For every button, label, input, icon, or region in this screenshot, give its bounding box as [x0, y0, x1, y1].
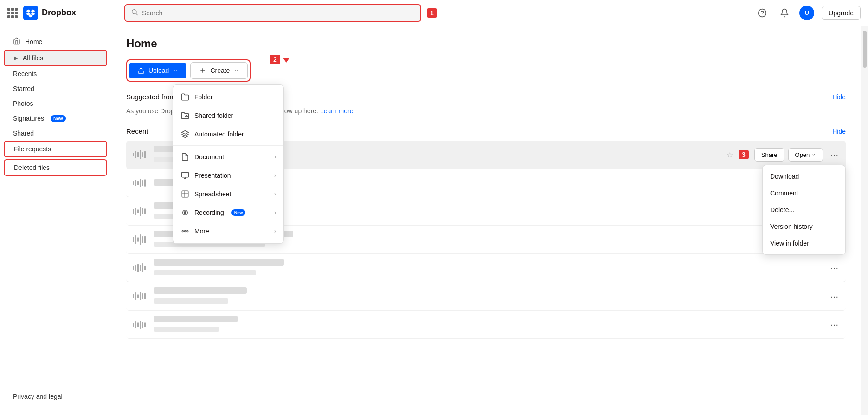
- annotation-1-search: 1: [427, 8, 437, 18]
- sidebar-label-photos: Photos: [13, 100, 33, 107]
- grid-menu-icon[interactable]: [7, 8, 18, 18]
- sidebar-label-starred: Starred: [13, 85, 34, 92]
- create-button[interactable]: Create: [190, 62, 248, 79]
- automated-folder-label: Automated folder: [194, 130, 244, 138]
- create-menu-shared-folder[interactable]: Shared folder: [173, 106, 283, 125]
- sidebar-item-shared[interactable]: Shared: [4, 126, 107, 141]
- context-comment[interactable]: Comment: [763, 185, 845, 201]
- context-version-history[interactable]: Version history: [763, 218, 845, 235]
- sidebar-label-file-requests: File requests: [14, 145, 51, 153]
- create-menu-document[interactable]: Document ›: [173, 148, 283, 166]
- share-button[interactable]: Share: [754, 148, 784, 162]
- upload-button[interactable]: Upload: [129, 63, 186, 78]
- star-button-1[interactable]: ☆: [725, 149, 735, 161]
- document-arrow-icon: ›: [274, 154, 276, 160]
- sidebar-item-signatures[interactable]: Signatures New: [4, 111, 107, 126]
- create-menu-recording[interactable]: Recording New ›: [173, 203, 283, 222]
- sidebar-label-all-files: All files: [23, 54, 43, 62]
- menu-divider-1: [173, 145, 283, 146]
- sidebar-label-home: Home: [25, 38, 42, 45]
- context-delete[interactable]: Delete...: [763, 201, 845, 218]
- create-menu-spreadsheet[interactable]: Spreadsheet ›: [173, 185, 283, 203]
- table-row[interactable]: ···: [126, 254, 846, 282]
- sidebar-item-photos[interactable]: Photos: [4, 96, 107, 111]
- more-options-button-6[interactable]: ···: [827, 289, 842, 304]
- chevron-icon: ▶: [14, 55, 18, 61]
- open-label: Open: [795, 151, 810, 158]
- recent-title: Recent: [126, 127, 148, 135]
- context-menu: Download Comment Delete... Version histo…: [762, 165, 846, 255]
- sidebar-item-all-files[interactable]: ▶ All files: [4, 50, 107, 66]
- logo-text: Dropbox: [42, 8, 76, 18]
- suggested-hide-button[interactable]: Hide: [832, 93, 846, 101]
- document-label: Document: [194, 153, 224, 161]
- sidebar-item-privacy[interactable]: Privacy and legal: [4, 389, 107, 404]
- recording-arrow-icon: ›: [274, 209, 276, 216]
- open-button[interactable]: Open: [788, 148, 823, 162]
- search-input[interactable]: [142, 9, 415, 17]
- more-create-icon: [180, 227, 190, 236]
- main-content: Home Upload: [111, 26, 861, 415]
- document-icon: [180, 152, 190, 162]
- more-label: More: [194, 227, 209, 235]
- logo[interactable]: Dropbox: [23, 6, 76, 20]
- svg-point-18: [185, 231, 186, 232]
- sidebar-item-starred[interactable]: Starred: [4, 81, 107, 96]
- file-icon-waveform-2: [130, 174, 148, 192]
- avatar[interactable]: U: [799, 6, 814, 20]
- table-row[interactable]: ···: [126, 282, 846, 311]
- file-icon-waveform-7: [130, 315, 148, 334]
- open-chevron-icon: [811, 152, 816, 157]
- table-row[interactable]: ···: [126, 311, 846, 339]
- recent-hide-button[interactable]: Hide: [832, 128, 846, 135]
- topbar-right: U Upgrade: [755, 6, 861, 20]
- create-menu-folder[interactable]: Folder: [173, 88, 283, 106]
- svg-point-16: [184, 212, 186, 214]
- file-icon-waveform-6: [130, 287, 148, 305]
- shared-folder-icon: [180, 111, 190, 120]
- file-row-7-actions: ···: [827, 318, 842, 332]
- sidebar-label-privacy: Privacy and legal: [13, 393, 63, 400]
- recording-label: Recording: [194, 209, 224, 216]
- file-name-blurred-6: [154, 287, 247, 294]
- file-name-blurred-5: [154, 259, 284, 266]
- sidebar-item-home[interactable]: Home: [4, 33, 107, 50]
- sidebar-label-shared: Shared: [13, 130, 34, 137]
- create-chevron-icon: [233, 68, 239, 73]
- file-info-7: [154, 316, 827, 333]
- file-meta-blurred-5: [154, 270, 256, 275]
- context-download[interactable]: Download: [763, 168, 845, 185]
- presentation-label: Presentation: [194, 172, 231, 179]
- sidebar-item-deleted-files[interactable]: Deleted files: [4, 159, 107, 176]
- svg-point-19: [187, 231, 188, 232]
- file-meta-blurred-7: [154, 327, 219, 332]
- more-options-button-1[interactable]: ···: [827, 148, 842, 162]
- scroll-thumb[interactable]: [863, 31, 867, 68]
- more-options-button-7[interactable]: ···: [827, 318, 842, 332]
- file-icon-waveform-3: [130, 202, 148, 220]
- signatures-new-badge: New: [51, 115, 66, 122]
- create-menu-presentation[interactable]: Presentation ›: [173, 166, 283, 185]
- learn-more-link[interactable]: Learn more: [320, 107, 354, 115]
- help-icon[interactable]: [755, 6, 770, 20]
- create-menu-more[interactable]: More ›: [173, 222, 283, 240]
- file-row-5-actions: ···: [827, 261, 842, 275]
- upgrade-button[interactable]: Upgrade: [822, 6, 861, 20]
- scrollbar[interactable]: [861, 26, 868, 415]
- create-plus-icon: [199, 67, 206, 74]
- upload-chevron-icon: [173, 68, 178, 73]
- upload-label: Upload: [148, 67, 169, 74]
- notifications-icon[interactable]: [777, 6, 792, 20]
- sidebar-item-file-requests[interactable]: File requests: [4, 141, 107, 157]
- spreadsheet-arrow-icon: ›: [274, 191, 276, 197]
- create-menu-automated-folder[interactable]: Automated folder: [173, 125, 283, 143]
- upload-icon: [137, 67, 145, 74]
- more-options-button-5[interactable]: ···: [827, 261, 842, 275]
- search-bar[interactable]: [124, 4, 421, 22]
- sidebar: Home ▶ All files 1 Recents Starred Photo…: [0, 26, 111, 415]
- context-view-in-folder[interactable]: View in folder: [763, 235, 845, 252]
- sidebar-item-recents[interactable]: Recents: [4, 66, 107, 81]
- svg-line-1: [136, 13, 138, 15]
- annotation-3: 3: [739, 150, 749, 159]
- automated-folder-icon: [180, 130, 190, 139]
